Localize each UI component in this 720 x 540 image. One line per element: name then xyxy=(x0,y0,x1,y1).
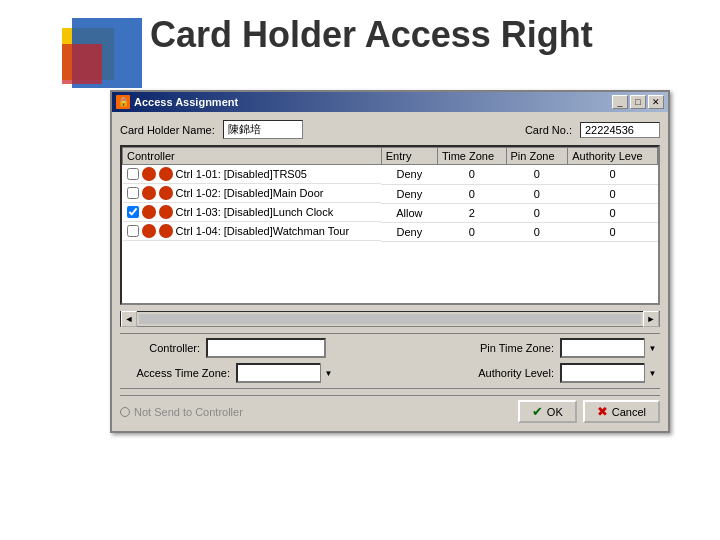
table-row: Ctrl 1-04: [Disabled]Watchman TourDeny00… xyxy=(123,222,658,241)
bg-decoration-red xyxy=(62,44,102,84)
entry-cell-3: Deny xyxy=(381,222,437,241)
divider-2 xyxy=(120,388,660,389)
time-zone-cell-1: 0 xyxy=(437,184,506,203)
access-time-zone-select-wrapper: ▼ xyxy=(236,363,336,383)
title-bar-left: 🔒 Access Assignment xyxy=(116,95,238,109)
entry-cell-1: Deny xyxy=(381,184,437,203)
access-assignment-dialog: 🔒 Access Assignment _ □ ✕ Card Holder Na… xyxy=(110,90,670,433)
scroll-track[interactable] xyxy=(139,314,641,324)
controller-cell-1: Ctrl 1-02: [Disabled]Main Door xyxy=(123,184,382,203)
controller-icon-2 xyxy=(142,205,156,219)
pin-zone-cell-0: 0 xyxy=(506,165,568,185)
card-header-row: Card Holder Name: 陳錦培 Card No.: 22224536 xyxy=(120,120,660,139)
dialog-icon: 🔒 xyxy=(116,95,130,109)
col-time-zone: Time Zone xyxy=(437,148,506,165)
not-send-radio-icon xyxy=(120,407,130,417)
controller-name-3: Ctrl 1-04: [Disabled]Watchman Tour xyxy=(176,225,350,237)
ok-button[interactable]: ✔ OK xyxy=(518,400,577,423)
table-row: Ctrl 1-03: [Disabled]Lunch ClockAllow200 xyxy=(123,203,658,222)
authority-level-select-wrapper: ▼ xyxy=(560,363,660,383)
not-send-text: Not Send to Controller xyxy=(134,406,243,418)
access-time-zone-select[interactable] xyxy=(236,363,336,383)
row-checkbox-2[interactable] xyxy=(127,206,139,218)
dialog-body: Card Holder Name: 陳錦培 Card No.: 22224536… xyxy=(112,112,668,431)
time-zone-cell-3: 0 xyxy=(437,222,506,241)
row-checkbox-1[interactable] xyxy=(127,187,139,199)
minimize-button[interactable]: _ xyxy=(612,95,628,109)
scroll-right-button[interactable]: ► xyxy=(643,311,659,327)
controller-icon2-0 xyxy=(159,167,173,181)
card-holder-label: Card Holder Name: xyxy=(120,124,215,136)
authority-cell-1: 0 xyxy=(568,184,658,203)
divider xyxy=(120,333,660,334)
cancel-label: Cancel xyxy=(612,406,646,418)
authority-level-select[interactable] xyxy=(560,363,660,383)
time-zone-cell-0: 0 xyxy=(437,165,506,185)
pin-zone-cell-2: 0 xyxy=(506,203,568,222)
controller-table-container: Controller Entry Time Zone Pin Zone Auth… xyxy=(120,145,660,305)
pin-time-zone-select[interactable] xyxy=(560,338,660,358)
cancel-x-icon: ✖ xyxy=(597,404,608,419)
horizontal-scrollbar[interactable]: ◄ ► xyxy=(120,311,660,327)
form-row-2: Access Time Zone: ▼ Authority Level: ▼ xyxy=(120,363,660,383)
table-row: Ctrl 1-01: [Disabled]TRS05Deny000 xyxy=(123,165,658,185)
page-title: Card Holder Access Right xyxy=(150,14,593,56)
authority-cell-0: 0 xyxy=(568,165,658,185)
row-checkbox-3[interactable] xyxy=(127,225,139,237)
col-pin-zone: Pin Zone xyxy=(506,148,568,165)
controller-icon-3 xyxy=(142,224,156,238)
card-no-value: 22224536 xyxy=(580,122,660,138)
table-row: Ctrl 1-02: [Disabled]Main DoorDeny000 xyxy=(123,184,658,203)
controller-icon2-3 xyxy=(159,224,173,238)
cancel-button[interactable]: ✖ Cancel xyxy=(583,400,660,423)
controller-name-0: Ctrl 1-01: [Disabled]TRS05 xyxy=(176,168,307,180)
entry-cell-0: Deny xyxy=(381,165,437,185)
not-send-status: Not Send to Controller xyxy=(120,406,243,418)
entry-cell-2: Allow xyxy=(381,203,437,222)
authority-cell-3: 0 xyxy=(568,222,658,241)
card-no-label: Card No.: xyxy=(525,124,572,136)
controller-form-label: Controller: xyxy=(120,342,200,354)
ok-label: OK xyxy=(547,406,563,418)
maximize-button[interactable]: □ xyxy=(630,95,646,109)
controller-name-1: Ctrl 1-02: [Disabled]Main Door xyxy=(176,187,324,199)
form-row-1: Controller: Pin Time Zone: ▼ xyxy=(120,338,660,358)
controller-icon2-1 xyxy=(159,186,173,200)
pin-zone-cell-3: 0 xyxy=(506,222,568,241)
scroll-left-button[interactable]: ◄ xyxy=(121,311,137,327)
time-zone-cell-2: 2 xyxy=(437,203,506,222)
access-time-zone-label: Access Time Zone: xyxy=(120,367,230,379)
status-row: Not Send to Controller ✔ OK ✖ Cancel xyxy=(120,395,660,423)
controller-name-2: Ctrl 1-03: [Disabled]Lunch Clock xyxy=(176,206,334,218)
dialog-title: Access Assignment xyxy=(134,96,238,108)
controller-table: Controller Entry Time Zone Pin Zone Auth… xyxy=(122,147,658,242)
pin-zone-cell-1: 0 xyxy=(506,184,568,203)
row-checkbox-0[interactable] xyxy=(127,168,139,180)
authority-level-label: Authority Level: xyxy=(464,367,554,379)
col-controller: Controller xyxy=(123,148,382,165)
card-holder-value: 陳錦培 xyxy=(223,120,303,139)
col-authority-level: Authority Leve xyxy=(568,148,658,165)
close-button[interactable]: ✕ xyxy=(648,95,664,109)
controller-icon-0 xyxy=(142,167,156,181)
controller-form-input[interactable] xyxy=(206,338,326,358)
controller-icon-1 xyxy=(142,186,156,200)
ok-checkmark-icon: ✔ xyxy=(532,404,543,419)
col-entry: Entry xyxy=(381,148,437,165)
dialog-title-bar: 🔒 Access Assignment _ □ ✕ xyxy=(112,92,668,112)
controller-cell-3: Ctrl 1-04: [Disabled]Watchman Tour xyxy=(123,222,382,241)
action-buttons: ✔ OK ✖ Cancel xyxy=(518,400,660,423)
pin-time-zone-label: Pin Time Zone: xyxy=(464,342,554,354)
controller-cell-0: Ctrl 1-01: [Disabled]TRS05 xyxy=(123,165,382,184)
authority-cell-2: 0 xyxy=(568,203,658,222)
controller-cell-2: Ctrl 1-03: [Disabled]Lunch Clock xyxy=(123,203,382,222)
title-buttons: _ □ ✕ xyxy=(612,95,664,109)
pin-time-zone-select-wrapper: ▼ xyxy=(560,338,660,358)
controller-icon2-2 xyxy=(159,205,173,219)
